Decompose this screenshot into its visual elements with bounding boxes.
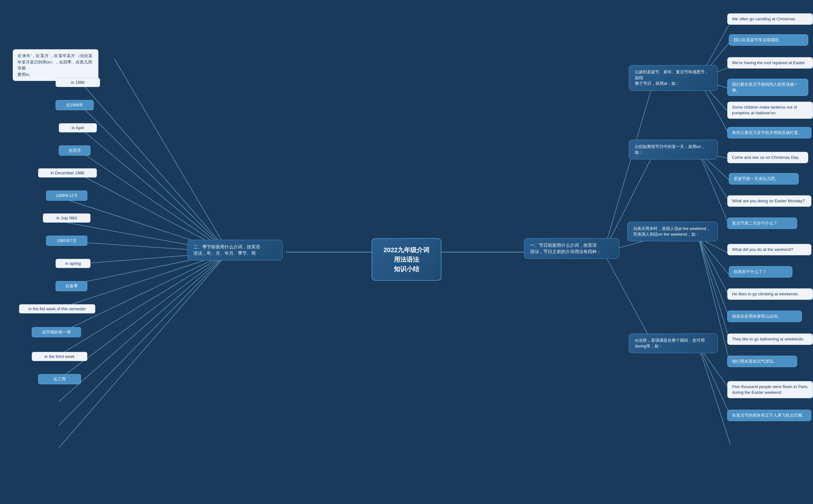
svg-line-1: [114, 59, 229, 252]
s1-item2-zh: 我们要在复活节期间找人把房顶修一修。: [727, 79, 808, 96]
svg-line-32: [699, 152, 730, 203]
s2-item2-en: What are you doing on Easter Monday?: [727, 195, 811, 207]
svg-line-41: [699, 346, 730, 416]
left-item-2-zh: 在四月: [59, 145, 91, 156]
left-item-3-en: in December 1986: [38, 168, 97, 178]
left-item-5-en: in spring: [56, 259, 91, 268]
s3-item3-en: They like to go ballooning at weekends.: [727, 333, 813, 345]
svg-line-38: [699, 238, 730, 343]
s3-item1-zh: 你周末干什么了？: [729, 266, 792, 278]
svg-line-17: [59, 252, 229, 426]
s2-item1-en: Come and see us on Christmas Day.: [727, 152, 808, 163]
left-branch: 二、季节前面用什么介词，按英语语法，年、月、年月、季节、周: [187, 240, 283, 260]
s1-item3-zh: 有些儿童在万圣节前夕用南瓜做灯笼。: [727, 127, 811, 138]
center-node: 2022九年级介词用法语法知识小结: [372, 238, 441, 281]
svg-line-36: [699, 238, 730, 299]
svg-line-3: [83, 107, 229, 252]
s3-item2-zh: 他喜欢在周末做登山运动。: [727, 311, 802, 322]
s1-item1-zh: 我们在圣诞节常去唱颂歌。: [729, 34, 808, 46]
svg-line-33: [699, 152, 730, 229]
s1-item2-en: We're having the roof repaired at Easter: [727, 57, 813, 69]
section1-node: 1)谈到圣诞节、新年、复活节和感恩节，如指整个节日，就用at，如：: [629, 65, 718, 91]
svg-line-42: [699, 346, 730, 445]
left-item-7-zh: 在三周: [38, 374, 81, 384]
s3-item1-en: What did you do at the weekend?: [727, 244, 811, 255]
left-item-3-zh: 1986年12月: [46, 191, 87, 201]
s3-item2-en: He likes to go climbing at weekends.: [727, 288, 813, 300]
left-item-6-en: in the fist week of this semester: [19, 304, 95, 313]
svg-line-37: [699, 238, 730, 321]
s4-item1-en: Five thousand people were flown to Paris…: [727, 381, 813, 398]
svg-line-4: [83, 130, 229, 252]
left-item-7-en: in the third week: [32, 352, 87, 361]
left-item-1-zh: 在1986年: [56, 100, 94, 110]
right-branch: 一、节日前面用什么介词，按英语语法，节日之前的介词用法有四种：: [524, 238, 619, 259]
s3-item3-zh: 他们周末喜欢玩气球玩。: [727, 356, 797, 367]
mind-map: 2022九年级介词用法语法知识小结 二、季节前面用什么介词，按英语语法，年、月、…: [0, 0, 813, 504]
s2-item2-zh: 复活节第二天你干什么？: [727, 218, 797, 229]
section3-node: 3)表示周末时，英国人说at the weekend，而美国人则说on the …: [627, 222, 718, 241]
section4-node: 4)当然，若强调是在整个期间，也可用during等，如：: [629, 333, 718, 353]
s1-item1-en: We often go carolling at Christmas.: [727, 13, 813, 25]
svg-line-16: [59, 252, 229, 402]
left-item-6-zh: 这学期的第一周: [32, 327, 81, 337]
left-item-5-zh: 在春季: [56, 281, 87, 291]
svg-line-23: [603, 252, 654, 346]
left-item-2-en: in April: [59, 123, 97, 132]
note-node: 在'来年'，在'某月'，在'某年某月'（但在某年某月某日则用on），在四季、在第…: [13, 49, 98, 81]
s1-item3-en: Some children make lanterns out ofpumpki…: [727, 102, 813, 119]
left-item-1-en: in 1986: [56, 78, 100, 87]
s4-item1-zh: 在复活节的周末有五千人乘飞机去巴黎。: [727, 410, 811, 421]
left-item-4-zh: 1983年7月: [46, 236, 87, 246]
section2-node: 2)但如果指节日中的某一天，就用on，如：: [629, 140, 718, 159]
left-item-4-en: in July l983: [43, 213, 91, 223]
s2-item1-zh: 圣诞节那一天来玩儿吧。: [729, 173, 799, 185]
